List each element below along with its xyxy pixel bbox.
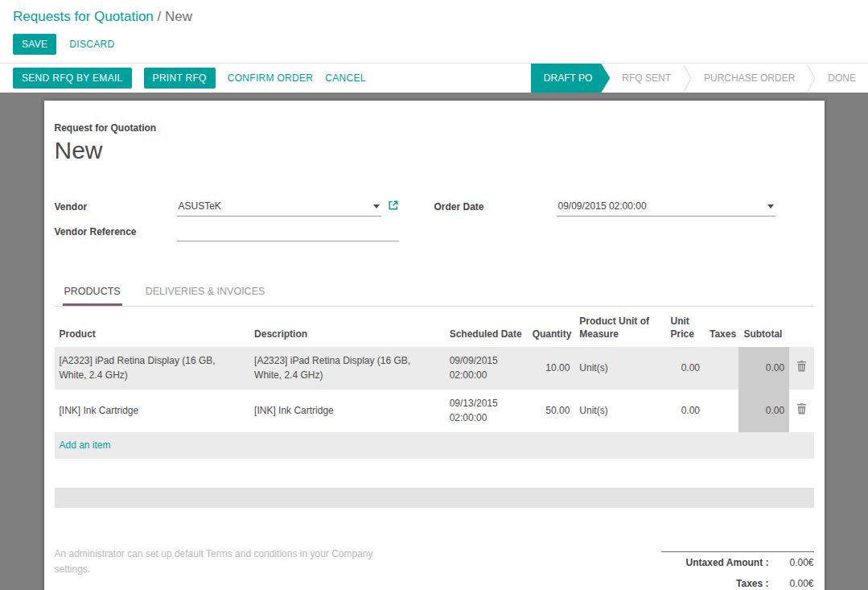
form-sheet: Request for Quotation New Vendor ASUSTeK — [44, 101, 825, 590]
order-date-field-row: Order Date 09/09/2015 02:00:00 — [434, 200, 775, 217]
confirm-order-button[interactable]: CONFIRM ORDER — [228, 68, 314, 89]
discard-button[interactable]: DISCARD — [69, 34, 114, 55]
cell-quantity[interactable]: 50.00 — [528, 390, 575, 432]
status-step-label: DRAFT PO — [544, 72, 592, 84]
content-area: Request for Quotation New Vendor ASUSTeK — [0, 93, 868, 590]
cell-description[interactable]: [INK] Ink Cartridge — [249, 390, 445, 432]
col-header-scheduled-date: Scheduled Date — [445, 307, 528, 347]
totals-summary: Untaxed Amount : 0.00€ Taxes : 0.00€ Tot… — [661, 551, 814, 590]
action-bar: SEND RFQ BY EMAIL PRINT RFQ CONFIRM ORDE… — [0, 63, 868, 93]
vendor-reference-label: Vendor Reference — [55, 226, 177, 241]
tab-products[interactable]: PRODUCTS — [63, 277, 122, 306]
add-item-row: Add an item — [55, 432, 814, 459]
untaxed-amount-row: Untaxed Amount : 0.00€ — [661, 551, 814, 573]
taxes-label: Taxes : — [736, 578, 768, 589]
col-header-subtotal: Subtotal — [738, 307, 789, 347]
terms-textarea[interactable]: An administrator can set up default Term… — [55, 547, 394, 590]
untaxed-amount-value: 0.00€ — [777, 557, 814, 568]
breadcrumb: Requests for Quotation / New — [13, 9, 855, 25]
action-buttons: SEND RFQ BY EMAIL PRINT RFQ CONFIRM ORDE… — [13, 64, 366, 93]
vendor-input[interactable]: ASUSTeK — [177, 200, 381, 217]
status-step-label: DONE — [828, 72, 856, 84]
col-header-uom: Product Unit of Measure — [574, 307, 665, 347]
breadcrumb-separator: / — [158, 9, 162, 24]
cell-scheduled-date[interactable]: 09/09/2015 02:00:00 — [445, 347, 528, 390]
breadcrumb-root-link[interactable]: Requests for Quotation — [13, 9, 154, 24]
cell-unit-price[interactable]: 0.00 — [666, 390, 706, 432]
cell-uom[interactable]: Unit(s) — [574, 347, 665, 390]
chevron-down-icon[interactable] — [767, 204, 774, 208]
vendor-value: ASUSTeK — [179, 200, 221, 212]
record-actions: SAVE DISCARD — [13, 34, 855, 55]
save-button[interactable]: SAVE — [13, 34, 56, 55]
status-step-purchase-order[interactable]: PURCHASE ORDER — [692, 64, 807, 93]
cell-unit-price[interactable]: 0.00 — [666, 347, 706, 390]
sheet-footer: An administrator can set up default Term… — [55, 547, 814, 590]
trash-icon — [796, 361, 807, 372]
untaxed-amount-label: Untaxed Amount : — [686, 557, 769, 568]
delete-row-button[interactable] — [789, 390, 813, 432]
vendor-field-row: Vendor ASUSTeK — [55, 200, 399, 217]
terms-placeholder: An administrator can set up default Term… — [55, 548, 373, 575]
add-item-link[interactable]: Add an item — [55, 432, 814, 459]
col-header-quantity: Quantity — [528, 307, 575, 347]
table-header-row: Product Description Scheduled Date Quant… — [55, 307, 814, 347]
empty-section-bar — [55, 488, 814, 508]
statusbar: DRAFT PO RFQ SENT PURCHASE ORDER DONE — [531, 64, 868, 93]
status-step-rfq-sent[interactable]: RFQ SENT — [610, 64, 683, 93]
cell-scheduled-date[interactable]: 09/13/2015 02:00:00 — [445, 390, 528, 432]
delete-row-button[interactable] — [789, 347, 813, 390]
send-rfq-by-email-button[interactable]: SEND RFQ BY EMAIL — [13, 68, 132, 89]
vendor-reference-input[interactable] — [177, 226, 399, 241]
order-date-input[interactable]: 09/09/2015 02:00:00 — [557, 200, 775, 217]
sheet-subtitle: Request for Quotation — [55, 122, 814, 134]
form-fields: Vendor ASUSTeK Order Date 09/09/2015 02:… — [55, 200, 814, 241]
vendor-label: Vendor — [55, 201, 177, 217]
trash-icon — [796, 403, 807, 415]
col-header-taxes: Taxes — [705, 307, 738, 347]
notebook-tabs: PRODUCTS DELIVERIES & INVOICES — [55, 277, 814, 307]
chevron-down-icon[interactable] — [373, 204, 380, 208]
col-header-product: Product — [55, 307, 250, 347]
cell-taxes[interactable] — [705, 390, 738, 432]
print-rfq-button[interactable]: PRINT RFQ — [144, 68, 216, 89]
col-header-actions — [789, 307, 813, 347]
cell-uom[interactable]: Unit(s) — [574, 390, 665, 432]
status-step-done[interactable]: DONE — [816, 64, 868, 93]
cell-quantity[interactable]: 10.00 — [528, 347, 575, 390]
status-step-draft-po[interactable]: DRAFT PO — [531, 64, 610, 93]
col-header-description: Description — [249, 307, 445, 347]
external-link-icon[interactable] — [388, 200, 399, 217]
table-row: [A2323] iPad Retina Display (16 GB, Whit… — [55, 347, 814, 390]
chevron-right-icon — [807, 64, 816, 93]
table-row: [INK] Ink Cartridge [INK] Ink Cartridge … — [55, 390, 814, 432]
chevron-right-icon — [683, 64, 692, 93]
vendor-reference-field-row: Vendor Reference — [55, 226, 399, 241]
status-step-label: PURCHASE ORDER — [704, 72, 795, 84]
cell-subtotal: 0.00 — [738, 390, 789, 432]
cell-description[interactable]: [A2323] iPad Retina Display (16 GB, Whit… — [249, 347, 445, 390]
page-title: New — [55, 137, 814, 164]
form-grid-spacer — [434, 226, 775, 241]
top-bar: Requests for Quotation / New SAVE DISCAR… — [0, 0, 868, 63]
taxes-row: Taxes : 0.00€ — [661, 573, 814, 590]
order-date-label: Order Date — [434, 201, 557, 217]
order-lines-table: Product Description Scheduled Date Quant… — [55, 307, 814, 459]
cell-taxes[interactable] — [705, 347, 738, 390]
breadcrumb-current: New — [165, 9, 192, 24]
order-date-value: 09/09/2015 02:00:00 — [558, 200, 647, 212]
tab-deliveries-invoices[interactable]: DELIVERIES & INVOICES — [144, 277, 267, 306]
status-step-label: RFQ SENT — [622, 72, 671, 84]
taxes-value: 0.00€ — [777, 578, 814, 589]
cell-product[interactable]: [INK] Ink Cartridge — [55, 390, 250, 432]
cell-subtotal: 0.00 — [738, 347, 789, 390]
col-header-unit-price: Unit Price — [666, 307, 706, 347]
cancel-button[interactable]: CANCEL — [325, 68, 365, 89]
cell-product[interactable]: [A2323] iPad Retina Display (16 GB, Whit… — [55, 347, 250, 390]
